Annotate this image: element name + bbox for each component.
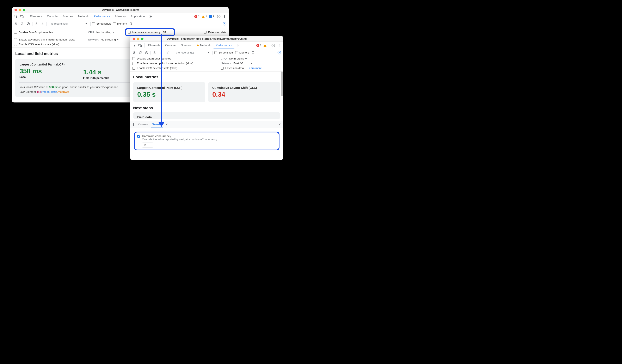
network-throttle-select[interactable]: Network: No throttling [88, 38, 119, 41]
css-stats-label: Enable CSS selector stats (slow) [19, 43, 59, 46]
css-stats-checkbox[interactable]: Enable CSS selector stats (slow) [132, 67, 217, 70]
tab-network[interactable]: Network [76, 13, 91, 20]
hw-concurrency-input[interactable] [142, 143, 153, 147]
traffic-lights [12, 9, 28, 11]
svg-rect-2 [22, 16, 23, 18]
disable-js-label: Disable JavaScript samples [137, 57, 171, 60]
scrollbar-thumb[interactable] [281, 72, 283, 96]
extension-data-checkbox[interactable]: Extension data [221, 67, 244, 70]
clear-icon[interactable] [26, 21, 31, 26]
error-badge[interactable]: ✕2 [194, 15, 199, 18]
tab-console[interactable]: Console [45, 13, 59, 20]
tab-memory[interactable]: Memory [113, 13, 128, 20]
window-title: DevTools - www.google.com/ [12, 8, 229, 11]
hw-concurrency-label: Hardware concurrency [142, 134, 217, 138]
capture-settings-icon[interactable] [222, 21, 227, 26]
close-window-icon[interactable] [133, 37, 135, 40]
metrics-content: Local metrics Largest Contentful Paint (… [130, 72, 283, 121]
tab-sources[interactable]: Sources [179, 42, 194, 49]
more-tabs-icon[interactable] [148, 14, 153, 19]
titlebar: DevTools - www.google.com/ [12, 7, 229, 13]
network-label: Network: [221, 62, 232, 65]
annotation-arrow-line [161, 34, 162, 123]
extension-data-checkbox[interactable]: Extension data [204, 31, 227, 34]
drawer-kebab-icon[interactable] [132, 123, 135, 126]
more-tabs-icon[interactable] [235, 43, 240, 48]
recordings-dropdown[interactable]: (no recordings) [175, 51, 211, 54]
maximize-window-icon[interactable] [23, 9, 25, 11]
network-value: No throttling [101, 38, 116, 41]
gc-icon[interactable] [251, 50, 255, 55]
record-icon[interactable] [132, 50, 136, 55]
hw-concurrency-checkbox[interactable] [137, 135, 140, 138]
gc-icon[interactable] [129, 21, 133, 26]
settings-row-1: Disable JavaScript samples CPU: No throt… [130, 56, 283, 61]
download-icon[interactable] [158, 50, 163, 55]
settings-icon[interactable] [216, 14, 221, 19]
tab-elements[interactable]: Elements [146, 42, 162, 49]
next-steps-heading: Next steps [133, 106, 280, 110]
warning-badge[interactable]: 1 [264, 44, 269, 47]
inspect-element-icon[interactable] [132, 43, 137, 48]
maximize-window-icon[interactable] [141, 37, 143, 40]
cpu-throttle-select[interactable]: CPU: No throttling [221, 57, 247, 60]
drawer-body: Hardware concurrency Override the value … [130, 128, 283, 154]
lcp-card: Largest Contentful Paint (LCP) 0.35 s [133, 82, 205, 102]
cpu-throttle-select[interactable]: CPU: No throttling [88, 31, 121, 34]
tab-sources[interactable]: Sources [60, 13, 75, 20]
minimize-window-icon[interactable] [137, 37, 139, 40]
advanced-paint-checkbox[interactable]: Enable advanced paint instrumentation (s… [132, 62, 217, 65]
record-icon[interactable] [14, 21, 18, 26]
advanced-paint-checkbox[interactable]: Enable advanced paint instrumentation (s… [14, 38, 84, 41]
field-data-card: Field data [133, 112, 280, 119]
device-toolbar-icon[interactable] [19, 14, 24, 19]
svg-point-3 [218, 16, 219, 17]
home-icon[interactable] [167, 50, 171, 55]
tab-performance[interactable]: Performance [92, 13, 112, 20]
hw-concurrency-input[interactable] [162, 30, 172, 35]
memory-label: Memory [239, 51, 249, 54]
minimize-window-icon[interactable] [19, 9, 21, 11]
hw-concurrency-checkbox[interactable] [128, 31, 131, 34]
learn-more-link[interactable]: Learn more [247, 67, 262, 70]
warning-icon [196, 44, 199, 47]
warning-count: 1 [267, 44, 269, 47]
screenshots-checkbox[interactable]: Screenshots [92, 22, 111, 25]
memory-label: Memory [117, 22, 127, 25]
tab-console[interactable]: Console [163, 42, 178, 49]
screenshots-checkbox[interactable]: Screenshots [214, 51, 233, 54]
tab-application[interactable]: Application [129, 13, 147, 20]
disable-js-checkbox[interactable]: Disable JavaScript samples [14, 31, 84, 34]
info-badge[interactable]: 3 [209, 15, 214, 18]
recordings-dropdown[interactable]: (no recordings) [48, 22, 89, 25]
disable-js-checkbox[interactable]: Disable JavaScript samples [132, 57, 217, 60]
tab-performance[interactable]: Performance [214, 42, 234, 49]
kebab-menu-icon[interactable] [277, 43, 282, 48]
error-badge[interactable]: ✕1 [256, 44, 261, 47]
inspect-element-icon[interactable] [14, 14, 19, 19]
tab-network[interactable]: Network [194, 42, 213, 49]
traffic-lights [130, 37, 146, 40]
settings-row-3: Enable CSS selector stats (slow) Extensi… [130, 66, 283, 72]
warning-badge[interactable]: 2 [202, 15, 207, 18]
upload-icon[interactable] [152, 50, 157, 55]
memory-checkbox[interactable]: Memory [235, 51, 249, 54]
reload-record-icon[interactable] [138, 50, 143, 55]
network-throttle-select[interactable]: Network: Fast 4G [221, 62, 253, 65]
settings-icon[interactable] [271, 43, 276, 48]
memory-checkbox[interactable]: Memory [113, 22, 127, 25]
css-stats-checkbox[interactable]: Enable CSS selector stats (slow) [14, 43, 59, 46]
tab-elements[interactable]: Elements [28, 13, 44, 20]
download-icon[interactable] [40, 21, 45, 26]
upload-icon[interactable] [34, 21, 39, 26]
close-drawer-icon[interactable]: ✕ [278, 123, 282, 126]
close-window-icon[interactable] [15, 9, 17, 11]
clear-icon[interactable] [144, 50, 149, 55]
device-toolbar-icon[interactable] [138, 43, 143, 48]
lcp-field-value: 1.44 s [83, 68, 109, 76]
close-tab-icon[interactable]: ✕ [165, 123, 169, 126]
reload-record-icon[interactable] [20, 21, 24, 26]
drawer-tab-console[interactable]: Console [137, 122, 149, 127]
kebab-menu-icon[interactable] [222, 14, 227, 19]
capture-settings-icon[interactable] [277, 50, 282, 55]
